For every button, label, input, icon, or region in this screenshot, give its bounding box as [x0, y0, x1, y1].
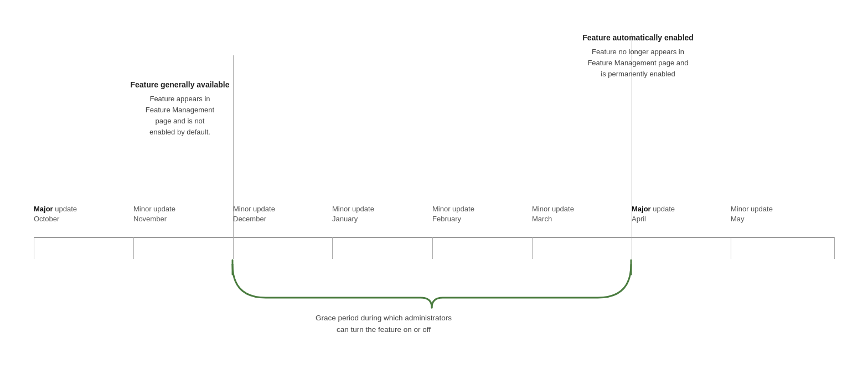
- label-nov: Minor updateNovember: [133, 204, 232, 224]
- tick-line-nov: [133, 237, 134, 259]
- label-mar-text: Minor updateMarch: [532, 205, 574, 223]
- annotation-feature-auto: Feature automatically enabled Feature no…: [559, 33, 717, 80]
- tick-line-feb: [432, 237, 433, 259]
- label-dec: Minor updateDecember: [233, 204, 332, 224]
- label-may: Minor updateMay: [731, 204, 829, 224]
- grace-label-line1: Grace period during which administrators: [316, 314, 452, 322]
- annotation-ga-title: Feature generally available: [111, 80, 249, 89]
- grace-brace: [221, 259, 642, 309]
- label-jan: Minor updateJanuary: [332, 204, 431, 224]
- tick-line-jan: [332, 237, 333, 259]
- label-apr-bold: Major: [632, 205, 651, 213]
- brace-right-cap: [620, 259, 642, 276]
- label-apr: Major updateApril: [632, 204, 730, 224]
- grace-label-line2: can turn the feature on or off: [337, 325, 431, 334]
- tick-line-may: [731, 237, 731, 259]
- annotation-ga-body: Feature appears inFeature Managementpage…: [111, 94, 249, 138]
- annotation-auto-title: Feature automatically enabled: [559, 33, 717, 42]
- label-may-text: Minor updateMay: [731, 205, 773, 223]
- label-oct: Major updateOctober: [34, 204, 132, 224]
- label-feb-text: Minor updateFebruary: [432, 205, 474, 223]
- tick-line-apr: [632, 237, 632, 259]
- label-nov-text: Minor updateNovember: [133, 205, 175, 223]
- label-dec-text: Minor updateDecember: [233, 205, 275, 223]
- tick-line-oct: [34, 237, 34, 259]
- brace-left-cap: [221, 259, 244, 276]
- diagram: Feature generally available Feature appe…: [0, 0, 868, 379]
- tick-line-end: [834, 237, 835, 259]
- timeline-line: [34, 237, 834, 238]
- label-oct-bold: Major: [34, 205, 53, 213]
- tick-line-dec: [233, 237, 234, 259]
- annotation-feature-ga: Feature generally available Feature appe…: [111, 80, 249, 138]
- tick-line-mar: [532, 237, 533, 259]
- label-mar: Minor updateMarch: [532, 204, 631, 224]
- label-jan-text: Minor updateJanuary: [332, 205, 374, 223]
- label-feb: Minor updateFebruary: [432, 204, 531, 224]
- grace-label: Grace period during which administrators…: [316, 313, 452, 336]
- annotation-auto-body: Feature no longer appears inFeature Mana…: [559, 46, 717, 80]
